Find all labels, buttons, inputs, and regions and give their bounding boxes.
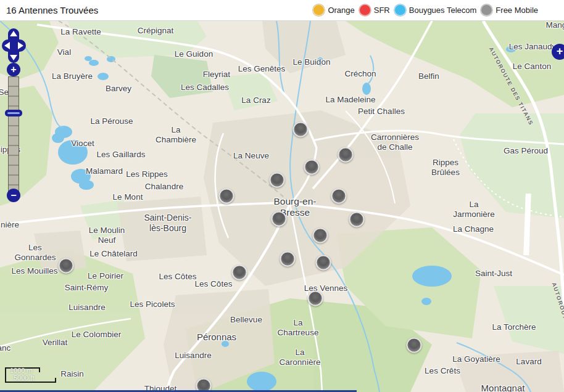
legend-item-bouygues-telecom[interactable]: Bouygues Telecom <box>394 4 477 16</box>
pan-up-button[interactable] <box>9 30 18 38</box>
slider-grip-icon <box>7 112 20 114</box>
zoom-track[interactable] <box>8 76 19 192</box>
operator-dot-icon <box>481 4 492 16</box>
antenna-marker[interactable] <box>232 265 247 280</box>
pan-right-button[interactable] <box>16 41 25 50</box>
antenna-marker[interactable] <box>316 255 331 271</box>
legend-item-sfr[interactable]: SFR <box>359 4 390 16</box>
pan-control <box>0 27 28 68</box>
pan-down-button[interactable] <box>9 53 18 62</box>
antenna-marker[interactable] <box>59 258 74 274</box>
operator-dot-icon <box>359 4 371 16</box>
antenna-map-app: + − + 1000 m 5000 ft La RavetteCrépignat… <box>0 0 564 392</box>
antenna-marker[interactable] <box>270 173 285 188</box>
arrow-down-icon <box>10 55 17 60</box>
operator-dot-icon <box>394 4 406 16</box>
antenna-marker[interactable] <box>304 160 320 175</box>
operator-legend: OrangeSFRBouygues TelecomFree Mobile <box>313 0 538 20</box>
antenna-marker[interactable] <box>293 122 309 137</box>
antenna-marker[interactable] <box>349 212 365 227</box>
map-viewport[interactable]: + − + 1000 m 5000 ft La RavetteCrépignat… <box>0 21 564 392</box>
map-terrain <box>0 21 564 392</box>
antenna-marker[interactable] <box>272 211 287 227</box>
zoom-out-button[interactable]: − <box>7 189 20 202</box>
legend-label: Free Mobile <box>496 6 538 15</box>
layer-switcher-button[interactable]: + <box>552 44 564 60</box>
antenna-marker[interactable] <box>219 189 234 204</box>
results-count-title: 16 Antennes Trouvées <box>6 0 98 20</box>
arrow-right-icon <box>18 42 23 49</box>
legend-label: Bouygues Telecom <box>409 6 477 15</box>
antenna-marker[interactable] <box>313 228 328 243</box>
pan-left-button[interactable] <box>3 41 12 50</box>
legend-item-free-mobile[interactable]: Free Mobile <box>481 4 538 16</box>
antenna-marker[interactable] <box>407 338 422 353</box>
legend-label: Orange <box>328 6 354 15</box>
antenna-marker[interactable] <box>280 251 296 267</box>
legend-label: SFR <box>374 6 390 15</box>
arrow-left-icon <box>4 42 10 49</box>
arrow-up-icon <box>10 31 17 36</box>
operator-dot-icon <box>313 4 325 16</box>
zoom-slider-handle[interactable] <box>5 110 22 116</box>
legend-item-orange[interactable]: Orange <box>313 4 354 16</box>
antenna-marker[interactable] <box>331 189 347 204</box>
antenna-marker[interactable] <box>338 147 354 163</box>
zoom-in-button[interactable]: + <box>7 63 20 76</box>
results-header: 16 Antennes Trouvées OrangeSFRBouygues T… <box>0 0 564 21</box>
antenna-marker[interactable] <box>308 291 323 306</box>
